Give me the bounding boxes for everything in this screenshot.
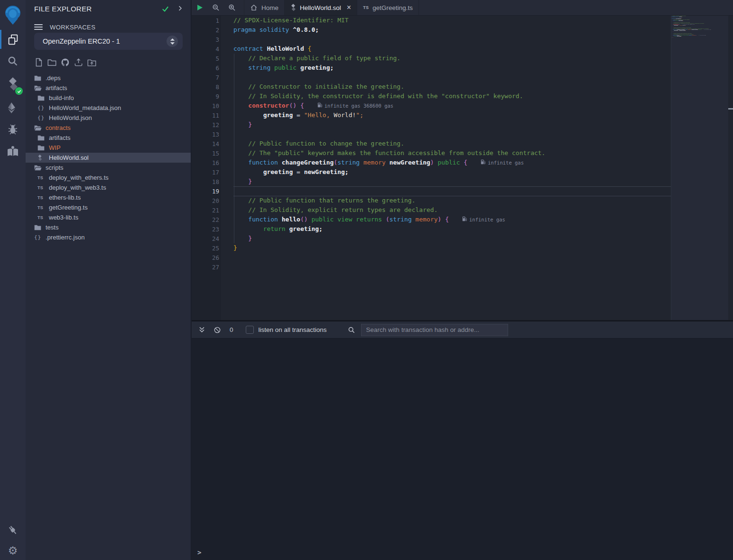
code-text: greeting = "Hello, World!";: [233, 110, 363, 120]
code-line-26[interactable]: 26: [192, 253, 671, 262]
sidebar-item-debugger[interactable]: [0, 119, 26, 140]
tree-item-ethers-lib-ts[interactable]: TSethers-lib.ts: [26, 193, 191, 202]
code-line-3[interactable]: 3: [192, 35, 671, 44]
tree-item-wip[interactable]: WIP: [26, 143, 191, 153]
workspace-selector[interactable]: OpenZeppelin ERC20 - 1: [34, 33, 183, 50]
tree-item-tests[interactable]: tests: [26, 222, 191, 232]
code-line-20[interactable]: 20 // Public function that returns the g…: [192, 196, 671, 205]
clear-console-icon[interactable]: [213, 326, 221, 334]
tree-item-deploy-with-ethers-ts[interactable]: TSdeploy_with_ethers.ts: [26, 173, 191, 183]
tree-item-scripts[interactable]: scripts: [26, 163, 191, 173]
file-explorer-panel: FILE EXPLORER WORKSPACES OpenZeppelin ER…: [26, 0, 191, 560]
sidebar-item-deploy-run[interactable]: [0, 97, 26, 119]
code-line-10[interactable]: 10 constructor() {infinite gas 368600 ga…: [192, 101, 671, 110]
terminal-output[interactable]: >: [192, 339, 733, 560]
code-line-27[interactable]: 27: [192, 262, 671, 272]
code-line-13[interactable]: 13: [192, 129, 671, 139]
zoom-out-icon[interactable]: [208, 0, 224, 15]
code-line-1[interactable]: 1// SPDX-License-Identifier: MIT: [192, 16, 671, 25]
tab-home[interactable]: Home: [244, 0, 285, 15]
upload-file-icon[interactable]: [74, 58, 83, 67]
gear-icon: ⚙: [8, 544, 18, 557]
upload-folder-icon[interactable]: [87, 58, 96, 67]
code-line-18[interactable]: 18 }: [192, 177, 671, 186]
code-line-21[interactable]: 21 // In Solidity, explicit return types…: [192, 205, 671, 215]
code-line-7[interactable]: 7: [192, 73, 671, 82]
tab-getgreeting-ts[interactable]: TS getGreeting.ts: [357, 0, 419, 15]
transaction-search-input[interactable]: [361, 324, 508, 336]
sidebar-item-search[interactable]: [0, 50, 26, 72]
code-line-4[interactable]: 4contract HelloWorld {: [192, 44, 671, 54]
code-line-11[interactable]: 11 greeting = "Hello, World!";: [192, 110, 671, 120]
tree-item--deps[interactable]: .deps: [26, 73, 191, 83]
sidebar-item-file-explorer[interactable]: [0, 28, 26, 50]
code-line-14[interactable]: 14 // Public function to change the gree…: [192, 139, 671, 148]
new-file-icon[interactable]: [34, 58, 43, 67]
line-number: 3: [192, 36, 219, 43]
tab-label: Home: [261, 4, 278, 11]
code-line-5[interactable]: 5 // Declare a public field of type stri…: [192, 54, 671, 63]
listen-transactions-checkbox[interactable]: [246, 326, 254, 334]
code-editor[interactable]: 1// SPDX-License-Identifier: MIT2pragma …: [192, 16, 733, 320]
github-icon[interactable]: [61, 58, 70, 67]
workspaces-menu-icon[interactable]: [34, 24, 43, 30]
tab-helloworld-sol[interactable]: HelloWorld.sol ×: [285, 0, 357, 15]
tree-item--prettierrc-json[interactable]: {}.prettierrc.json: [26, 232, 191, 242]
code-content[interactable]: 1// SPDX-License-Identifier: MIT2pragma …: [671, 16, 728, 40]
remix-logo-icon[interactable]: [0, 2, 26, 28]
code-line-9[interactable]: 9 // In Solidity, the constructor is def…: [192, 92, 671, 101]
tree-item-helloworld-sol[interactable]: HelloWorld.sol: [26, 153, 191, 163]
listen-transactions-label[interactable]: listen on all transactions: [259, 326, 327, 333]
code-line-23[interactable]: 23 return greeting;: [192, 224, 671, 234]
tree-item-label: ethers-lib.ts: [49, 194, 81, 201]
tree-item-label: tests: [46, 224, 58, 231]
tab-label: HelloWorld.sol: [300, 4, 341, 11]
tree-item-build-info[interactable]: build-info: [26, 93, 191, 103]
line-number: 1: [192, 17, 219, 24]
code-line-12[interactable]: 12 }: [192, 120, 671, 129]
tree-item-label: HelloWorld.sol: [49, 154, 89, 161]
minimap[interactable]: 1// SPDX-License-Identifier: MIT2pragma …: [671, 16, 728, 320]
code-line-6[interactable]: 6 string public greeting;: [192, 63, 671, 73]
code-line-22[interactable]: 22 function hello() public view returns …: [192, 215, 671, 224]
new-folder-icon[interactable]: [47, 58, 56, 67]
sidebar-item-settings[interactable]: ⚙: [0, 541, 26, 560]
tree-item-label: contracts: [46, 124, 71, 131]
tree-item-label: scripts: [46, 164, 64, 171]
code-line-25[interactable]: 25}: [192, 243, 671, 253]
tree-item-getgreeting-ts[interactable]: TSgetGreeting.ts: [26, 202, 191, 212]
tree-item-artifacts[interactable]: artifacts: [26, 83, 191, 93]
code-line-8[interactable]: 8 // Constructor to initialize the greet…: [192, 82, 671, 92]
folder-icon: [34, 75, 43, 81]
code-line-2[interactable]: 2pragma solidity ^0.8.0;: [192, 25, 671, 35]
tree-item-label: artifacts: [46, 84, 67, 92]
line-number: 25: [192, 245, 219, 252]
run-script-button[interactable]: [192, 0, 208, 15]
tree-item-helloworld-metadata-json[interactable]: {}HelloWorld_metadata.json: [26, 103, 191, 113]
code-text: // Public function to change the greetin…: [233, 139, 404, 148]
sidebar-item-learneth[interactable]: [0, 140, 26, 162]
line-number: 15: [192, 150, 219, 157]
sidebar-item-solidity-compiler[interactable]: [0, 72, 26, 97]
chevron-right-icon[interactable]: [176, 5, 184, 14]
close-icon[interactable]: ×: [347, 4, 351, 11]
code-line-17[interactable]: 17 greeting = newGreeting;: [192, 167, 671, 177]
code-line-16[interactable]: 16 function changeGreeting(string memory…: [192, 158, 671, 167]
code-line-15[interactable]: 15 // The "public" keyword makes the fun…: [192, 148, 671, 158]
tree-item-artifacts[interactable]: artifacts: [26, 133, 191, 143]
code-content[interactable]: 1// SPDX-License-Identifier: MIT2pragma …: [192, 16, 671, 272]
tree-item-deploy-with-web3-ts[interactable]: TSdeploy_with_web3.ts: [26, 183, 191, 193]
line-number: 2: [192, 27, 219, 34]
code-line-19[interactable]: 19: [192, 186, 671, 196]
tree-item-helloworld-json[interactable]: {}HelloWorld.json: [26, 113, 191, 123]
zoom-in-icon[interactable]: [224, 0, 240, 15]
code-text: }: [233, 234, 252, 243]
expand-terminal-icon[interactable]: [198, 326, 205, 333]
tree-item-contracts[interactable]: contracts: [26, 123, 191, 133]
sidebar-item-plugin-manager[interactable]: [0, 519, 26, 541]
tree-item-web3-lib-ts[interactable]: TSweb3-lib.ts: [26, 212, 191, 222]
overview-ruler[interactable]: [728, 16, 733, 320]
terminal-prompt: >: [197, 549, 201, 556]
code-line-24[interactable]: 24 }: [192, 234, 671, 243]
checkmark-icon: [161, 5, 169, 15]
